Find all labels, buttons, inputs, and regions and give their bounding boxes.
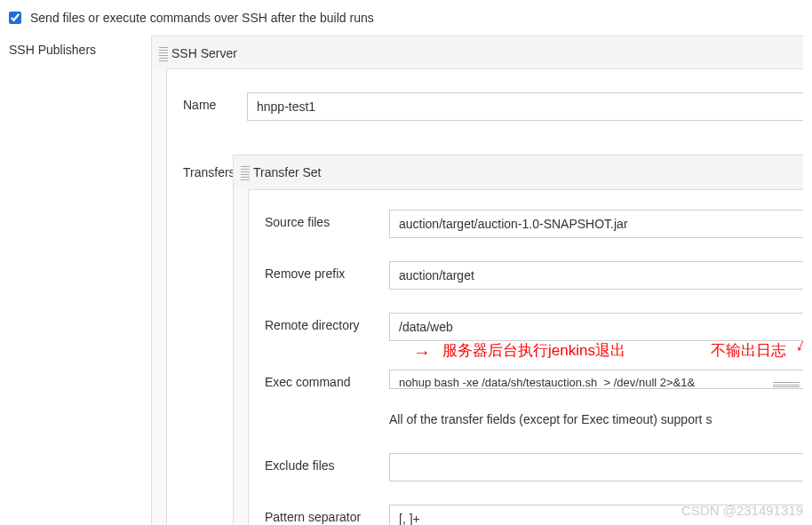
source-files-input[interactable] [389,210,803,238]
transfer-set-body: Source files Remove prefix Remote direct… [248,189,803,525]
exec-command-input[interactable] [389,370,803,389]
name-label: Name [183,92,236,112]
pattern-separator-label: Pattern separator [265,505,378,524]
source-files-row: Source files [249,203,803,245]
transfer-set-panel: Transfer Set Source files Remove prefix [233,155,803,525]
ssh-publishers-panel: SSH Server Name Transfers Transfer Set S… [151,36,803,525]
ssh-publishers-label: SSH Publishers [9,36,151,525]
remote-directory-row: Remote directory [249,306,803,348]
exclude-files-row: Exclude files [249,446,803,489]
remote-directory-label: Remote directory [265,313,378,332]
remove-prefix-input[interactable] [389,261,803,290]
ssh-publishers-section: SSH Publishers SSH Server Name Transfers… [0,36,812,525]
ssh-server-header: SSH Server [152,36,803,68]
remove-prefix-row: Remove prefix [249,254,803,297]
transfers-section: Transfers Transfer Set Source files Remo… [167,128,803,525]
remove-prefix-label: Remove prefix [265,261,378,281]
ssh-build-checkbox[interactable] [9,12,21,24]
ssh-build-label: Send files or execute commands over SSH … [30,11,374,25]
ssh-server-body: Name Transfers Transfer Set Source files [166,68,803,525]
name-input[interactable] [247,92,803,121]
name-row: Name [167,85,803,128]
ssh-server-title: SSH Server [171,46,237,60]
transfers-label: Transfers [167,155,233,525]
exec-command-row: Exec command [249,362,803,396]
exclude-files-label: Exclude files [265,453,378,473]
watermark: CSDN @231491319 [681,503,803,518]
drag-handle-icon[interactable] [159,45,168,61]
remote-directory-input[interactable] [389,313,803,341]
transfer-set-title: Transfer Set [253,165,322,179]
transfer-info-text: All of the transfer fields (except for E… [373,396,803,446]
exclude-files-input[interactable] [389,453,803,481]
drag-handle-icon[interactable] [241,164,250,180]
transfer-set-header: Transfer Set [234,155,803,189]
source-files-label: Source files [265,210,378,229]
resize-handle-icon[interactable] [773,382,800,387]
ssh-build-checkbox-row: Send files or execute commands over SSH … [0,0,812,36]
exec-command-label: Exec command [265,370,378,389]
